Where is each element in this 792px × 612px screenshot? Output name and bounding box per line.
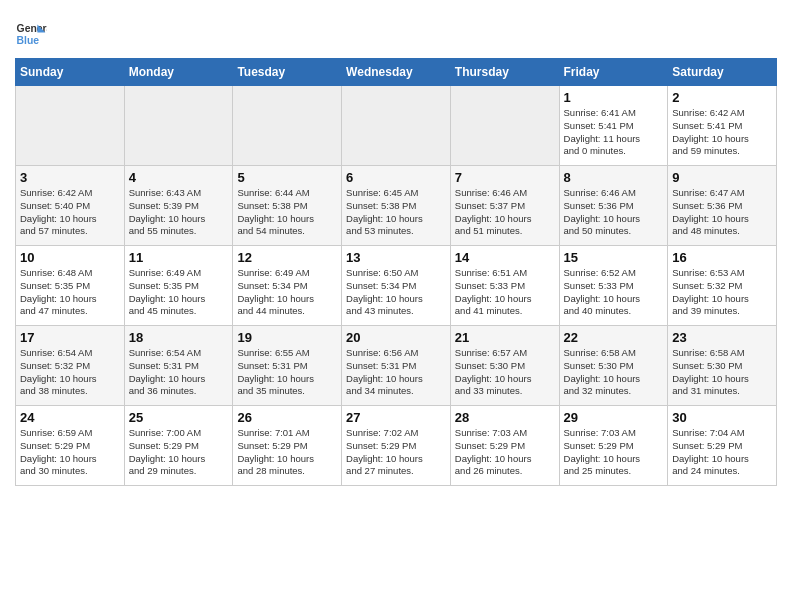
calendar-week-5: 24Sunrise: 6:59 AM Sunset: 5:29 PM Dayli… [16, 406, 777, 486]
day-number: 17 [20, 330, 120, 345]
calendar-cell: 23Sunrise: 6:58 AM Sunset: 5:30 PM Dayli… [668, 326, 777, 406]
day-number: 13 [346, 250, 446, 265]
calendar-cell [450, 86, 559, 166]
day-info: Sunrise: 7:00 AM Sunset: 5:29 PM Dayligh… [129, 427, 229, 478]
day-info: Sunrise: 6:54 AM Sunset: 5:31 PM Dayligh… [129, 347, 229, 398]
calendar-cell [16, 86, 125, 166]
calendar-week-2: 3Sunrise: 6:42 AM Sunset: 5:40 PM Daylig… [16, 166, 777, 246]
day-info: Sunrise: 6:59 AM Sunset: 5:29 PM Dayligh… [20, 427, 120, 478]
day-info: Sunrise: 6:49 AM Sunset: 5:35 PM Dayligh… [129, 267, 229, 318]
day-number: 29 [564, 410, 664, 425]
calendar-cell: 21Sunrise: 6:57 AM Sunset: 5:30 PM Dayli… [450, 326, 559, 406]
calendar-cell [233, 86, 342, 166]
weekday-header-sunday: Sunday [16, 59, 125, 86]
day-info: Sunrise: 7:02 AM Sunset: 5:29 PM Dayligh… [346, 427, 446, 478]
day-info: Sunrise: 6:54 AM Sunset: 5:32 PM Dayligh… [20, 347, 120, 398]
calendar-cell: 5Sunrise: 6:44 AM Sunset: 5:38 PM Daylig… [233, 166, 342, 246]
calendar-cell: 29Sunrise: 7:03 AM Sunset: 5:29 PM Dayli… [559, 406, 668, 486]
day-number: 28 [455, 410, 555, 425]
calendar-cell: 28Sunrise: 7:03 AM Sunset: 5:29 PM Dayli… [450, 406, 559, 486]
calendar-cell: 8Sunrise: 6:46 AM Sunset: 5:36 PM Daylig… [559, 166, 668, 246]
day-number: 12 [237, 250, 337, 265]
day-number: 22 [564, 330, 664, 345]
calendar-cell: 1Sunrise: 6:41 AM Sunset: 5:41 PM Daylig… [559, 86, 668, 166]
day-info: Sunrise: 6:41 AM Sunset: 5:41 PM Dayligh… [564, 107, 664, 158]
day-info: Sunrise: 6:42 AM Sunset: 5:41 PM Dayligh… [672, 107, 772, 158]
calendar-cell: 14Sunrise: 6:51 AM Sunset: 5:33 PM Dayli… [450, 246, 559, 326]
calendar-cell: 20Sunrise: 6:56 AM Sunset: 5:31 PM Dayli… [342, 326, 451, 406]
day-info: Sunrise: 6:58 AM Sunset: 5:30 PM Dayligh… [564, 347, 664, 398]
day-number: 20 [346, 330, 446, 345]
calendar-cell: 15Sunrise: 6:52 AM Sunset: 5:33 PM Dayli… [559, 246, 668, 326]
day-number: 3 [20, 170, 120, 185]
calendar-cell: 12Sunrise: 6:49 AM Sunset: 5:34 PM Dayli… [233, 246, 342, 326]
day-info: Sunrise: 7:04 AM Sunset: 5:29 PM Dayligh… [672, 427, 772, 478]
calendar-cell: 9Sunrise: 6:47 AM Sunset: 5:36 PM Daylig… [668, 166, 777, 246]
day-number: 9 [672, 170, 772, 185]
day-number: 27 [346, 410, 446, 425]
calendar-cell: 25Sunrise: 7:00 AM Sunset: 5:29 PM Dayli… [124, 406, 233, 486]
day-number: 24 [20, 410, 120, 425]
calendar-cell: 16Sunrise: 6:53 AM Sunset: 5:32 PM Dayli… [668, 246, 777, 326]
weekday-header-wednesday: Wednesday [342, 59, 451, 86]
calendar-cell: 3Sunrise: 6:42 AM Sunset: 5:40 PM Daylig… [16, 166, 125, 246]
calendar-cell [342, 86, 451, 166]
weekday-header-tuesday: Tuesday [233, 59, 342, 86]
day-info: Sunrise: 6:49 AM Sunset: 5:34 PM Dayligh… [237, 267, 337, 318]
day-number: 6 [346, 170, 446, 185]
day-info: Sunrise: 6:46 AM Sunset: 5:37 PM Dayligh… [455, 187, 555, 238]
calendar-cell: 13Sunrise: 6:50 AM Sunset: 5:34 PM Dayli… [342, 246, 451, 326]
day-info: Sunrise: 6:57 AM Sunset: 5:30 PM Dayligh… [455, 347, 555, 398]
day-number: 25 [129, 410, 229, 425]
header: General Blue [15, 10, 777, 50]
day-info: Sunrise: 6:50 AM Sunset: 5:34 PM Dayligh… [346, 267, 446, 318]
day-number: 5 [237, 170, 337, 185]
day-info: Sunrise: 7:01 AM Sunset: 5:29 PM Dayligh… [237, 427, 337, 478]
weekday-header-friday: Friday [559, 59, 668, 86]
day-info: Sunrise: 6:48 AM Sunset: 5:35 PM Dayligh… [20, 267, 120, 318]
calendar-cell [124, 86, 233, 166]
logo-icon: General Blue [15, 18, 47, 50]
day-info: Sunrise: 6:42 AM Sunset: 5:40 PM Dayligh… [20, 187, 120, 238]
day-info: Sunrise: 6:52 AM Sunset: 5:33 PM Dayligh… [564, 267, 664, 318]
day-number: 23 [672, 330, 772, 345]
day-info: Sunrise: 6:47 AM Sunset: 5:36 PM Dayligh… [672, 187, 772, 238]
day-number: 21 [455, 330, 555, 345]
day-number: 10 [20, 250, 120, 265]
day-number: 11 [129, 250, 229, 265]
day-info: Sunrise: 7:03 AM Sunset: 5:29 PM Dayligh… [455, 427, 555, 478]
day-info: Sunrise: 6:56 AM Sunset: 5:31 PM Dayligh… [346, 347, 446, 398]
day-number: 15 [564, 250, 664, 265]
calendar-week-3: 10Sunrise: 6:48 AM Sunset: 5:35 PM Dayli… [16, 246, 777, 326]
calendar-cell: 17Sunrise: 6:54 AM Sunset: 5:32 PM Dayli… [16, 326, 125, 406]
day-number: 8 [564, 170, 664, 185]
day-info: Sunrise: 6:43 AM Sunset: 5:39 PM Dayligh… [129, 187, 229, 238]
day-number: 7 [455, 170, 555, 185]
weekday-header-thursday: Thursday [450, 59, 559, 86]
day-info: Sunrise: 6:45 AM Sunset: 5:38 PM Dayligh… [346, 187, 446, 238]
calendar-cell: 22Sunrise: 6:58 AM Sunset: 5:30 PM Dayli… [559, 326, 668, 406]
day-number: 19 [237, 330, 337, 345]
day-info: Sunrise: 6:44 AM Sunset: 5:38 PM Dayligh… [237, 187, 337, 238]
calendar-cell: 11Sunrise: 6:49 AM Sunset: 5:35 PM Dayli… [124, 246, 233, 326]
logo: General Blue [15, 18, 47, 50]
day-info: Sunrise: 6:51 AM Sunset: 5:33 PM Dayligh… [455, 267, 555, 318]
weekday-header-row: SundayMondayTuesdayWednesdayThursdayFrid… [16, 59, 777, 86]
day-info: Sunrise: 6:58 AM Sunset: 5:30 PM Dayligh… [672, 347, 772, 398]
calendar-cell: 10Sunrise: 6:48 AM Sunset: 5:35 PM Dayli… [16, 246, 125, 326]
calendar-cell: 24Sunrise: 6:59 AM Sunset: 5:29 PM Dayli… [16, 406, 125, 486]
day-number: 1 [564, 90, 664, 105]
day-number: 4 [129, 170, 229, 185]
calendar-table: SundayMondayTuesdayWednesdayThursdayFrid… [15, 58, 777, 486]
day-info: Sunrise: 6:46 AM Sunset: 5:36 PM Dayligh… [564, 187, 664, 238]
day-number: 26 [237, 410, 337, 425]
svg-text:General: General [17, 23, 47, 34]
calendar-week-4: 17Sunrise: 6:54 AM Sunset: 5:32 PM Dayli… [16, 326, 777, 406]
svg-text:Blue: Blue [17, 35, 40, 46]
weekday-header-monday: Monday [124, 59, 233, 86]
calendar-cell: 7Sunrise: 6:46 AM Sunset: 5:37 PM Daylig… [450, 166, 559, 246]
day-number: 16 [672, 250, 772, 265]
day-info: Sunrise: 7:03 AM Sunset: 5:29 PM Dayligh… [564, 427, 664, 478]
calendar-cell: 2Sunrise: 6:42 AM Sunset: 5:41 PM Daylig… [668, 86, 777, 166]
day-info: Sunrise: 6:55 AM Sunset: 5:31 PM Dayligh… [237, 347, 337, 398]
